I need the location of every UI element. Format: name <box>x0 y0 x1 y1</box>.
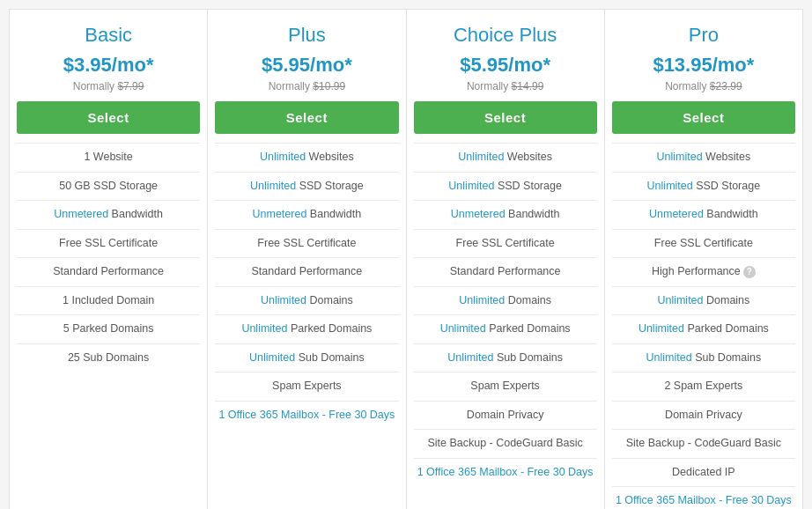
office365-link-choice-plus[interactable]: 1 Office 365 Mailbox - Free 30 Days <box>417 466 594 478</box>
feature-item: 1 Office 365 Mailbox - Free 30 Days <box>612 486 795 509</box>
feature-item: Unlimited Sub Domains <box>414 343 597 373</box>
plan-name-basic: Basic <box>85 24 132 47</box>
plan-price-plus: $5.95/mo* <box>262 54 352 77</box>
feature-item: High Performance? <box>612 257 795 286</box>
highlight-word: Unlimited <box>639 322 688 335</box>
feature-item: Domain Privacy <box>612 401 795 430</box>
feature-item: Domain Privacy <box>414 401 597 430</box>
feature-item: Unlimited Domains <box>215 286 398 315</box>
highlight-word: Unlimited <box>458 151 507 163</box>
select-button-plus[interactable]: Select <box>215 101 398 134</box>
highlight-word: Unmetered <box>253 208 310 220</box>
highlight-word: Unmetered <box>649 208 706 220</box>
features-list-pro: Unlimited WebsitesUnlimited SSD StorageU… <box>612 143 795 509</box>
info-icon[interactable]: ? <box>743 266 756 278</box>
feature-item: Unmetered Bandwidth <box>17 200 200 229</box>
feature-item: Unlimited Parked Domains <box>215 314 398 343</box>
feature-item: Free SSL Certificate <box>215 229 398 258</box>
highlight-word: Unlimited <box>447 351 497 364</box>
office365-link-plus[interactable]: 1 Office 365 Mailbox - Free 30 Days <box>218 409 395 421</box>
plan-normal-price-choice-plus: Normally $14.99 <box>467 80 543 92</box>
pricing-container: Basic$3.95/mo*Normally $7.99Select1 Webs… <box>9 9 803 509</box>
feature-item: 1 Included Domain <box>17 286 200 315</box>
feature-item: Standard Performance <box>414 257 597 286</box>
plan-name-plus: Plus <box>288 24 326 47</box>
feature-item: Standard Performance <box>215 257 398 286</box>
plan-price-choice-plus: $5.95/mo* <box>460 54 550 77</box>
feature-item: Unlimited Websites <box>414 143 597 172</box>
feature-item: 25 Sub Domains <box>17 343 200 373</box>
feature-item: 1 Office 365 Mailbox - Free 30 Days <box>414 458 597 487</box>
feature-item: 50 GB SSD Storage <box>17 172 200 201</box>
highlight-word: Unlimited <box>448 180 498 192</box>
feature-item: Unmetered Bandwidth <box>414 200 597 229</box>
feature-item: Free SSL Certificate <box>414 229 597 258</box>
feature-item: 2 Spam Experts <box>612 372 795 401</box>
select-button-basic[interactable]: Select <box>17 101 200 134</box>
plan-normal-price-plus: Normally $10.99 <box>269 80 345 92</box>
feature-item: Site Backup - CodeGuard Basic <box>414 429 597 458</box>
feature-item: Unlimited Parked Domains <box>414 314 597 343</box>
highlight-word: Unlimited <box>241 322 291 335</box>
feature-item: Unlimited Sub Domains <box>612 343 795 373</box>
features-list-choice-plus: Unlimited WebsitesUnlimited SSD StorageU… <box>414 143 597 486</box>
feature-item: Unmetered Bandwidth <box>612 200 795 229</box>
feature-item: Unlimited Domains <box>612 286 795 315</box>
highlight-word: Unlimited <box>646 351 696 364</box>
features-list-plus: Unlimited WebsitesUnlimited SSD StorageU… <box>215 143 398 429</box>
highlight-word: Unlimited <box>250 180 299 192</box>
highlight-word: Unlimited <box>261 294 310 306</box>
feature-item: Unlimited Domains <box>414 286 597 315</box>
feature-item: Unlimited Websites <box>612 143 795 172</box>
highlight-word: Unmetered <box>54 208 111 220</box>
feature-item: Unlimited SSD Storage <box>612 172 795 201</box>
highlight-word: Unlimited <box>440 322 490 335</box>
plan-plus: Plus$5.95/mo*Normally $10.99SelectUnlimi… <box>208 9 406 509</box>
feature-item: Standard Performance <box>17 257 200 286</box>
highlight-word: Unlimited <box>459 294 508 306</box>
feature-item: Unlimited Websites <box>215 143 398 172</box>
feature-item: Site Backup - CodeGuard Basic <box>612 429 795 458</box>
feature-item: Unlimited Parked Domains <box>612 314 795 343</box>
feature-item: Free SSL Certificate <box>612 229 795 258</box>
select-button-pro[interactable]: Select <box>612 101 795 134</box>
plan-price-basic: $3.95/mo* <box>63 54 154 77</box>
plan-price-pro: $13.95/mo* <box>653 54 754 77</box>
feature-item: 1 Website <box>17 143 200 172</box>
plan-basic: Basic$3.95/mo*Normally $7.99Select1 Webs… <box>9 9 208 509</box>
highlight-word: Unlimited <box>647 180 697 192</box>
feature-item: Unlimited Sub Domains <box>215 343 398 373</box>
feature-item: Free SSL Certificate <box>17 229 200 258</box>
feature-item: Spam Experts <box>414 372 597 401</box>
feature-item: Unlimited SSD Storage <box>414 172 597 201</box>
feature-item: Dedicated IP <box>612 458 795 487</box>
feature-item: Unlimited SSD Storage <box>215 172 398 201</box>
highlight-word: Unmetered <box>451 208 508 220</box>
features-list-basic: 1 Website50 GB SSD StorageUnmetered Band… <box>17 143 200 372</box>
feature-item: Unmetered Bandwidth <box>215 200 398 229</box>
highlight-word: Unlimited <box>657 294 706 306</box>
highlight-word: Unlimited <box>249 351 299 364</box>
highlight-word: Unlimited <box>260 151 309 163</box>
plan-choice-plus: Choice Plus$5.95/mo*Normally $14.99Selec… <box>407 9 605 509</box>
plan-name-pro: Pro <box>689 24 719 47</box>
feature-item: Spam Experts <box>215 372 398 401</box>
plan-pro: Pro$13.95/mo*Normally $23.99SelectUnlimi… <box>605 9 803 509</box>
feature-item: 1 Office 365 Mailbox - Free 30 Days <box>215 401 398 430</box>
highlight-word: Unlimited <box>656 151 705 163</box>
feature-item: 5 Parked Domains <box>17 314 200 343</box>
select-button-choice-plus[interactable]: Select <box>414 101 597 134</box>
office365-link-pro[interactable]: 1 Office 365 Mailbox - Free 30 Days <box>616 494 792 506</box>
plan-normal-price-basic: Normally $7.99 <box>73 80 144 92</box>
plan-name-choice-plus: Choice Plus <box>454 24 557 47</box>
plan-normal-price-pro: Normally $23.99 <box>665 80 742 92</box>
